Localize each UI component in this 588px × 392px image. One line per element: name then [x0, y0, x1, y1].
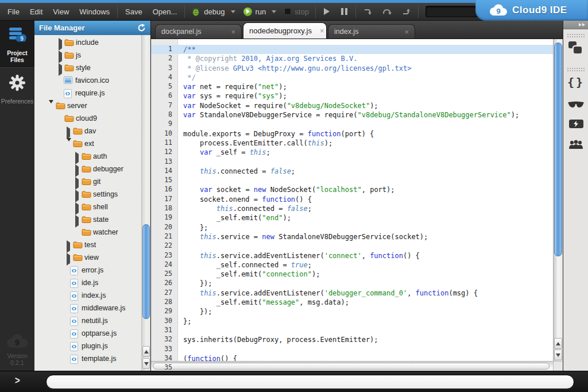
menu-group: FileEditViewWindows: [2, 7, 115, 16]
tree-item-error-js[interactable]: error.js: [34, 264, 141, 276]
editor-hscroll-thumb[interactable]: [153, 363, 550, 370]
tree-item-cloud9[interactable]: cloud9: [34, 112, 141, 125]
tree-item-optparse-js[interactable]: optparse.js: [34, 327, 141, 340]
open-button[interactable]: Open...: [148, 7, 183, 16]
tab-close-icon[interactable]: ×: [396, 28, 409, 36]
code-content[interactable]: /** * @copyright 2010, Ajax.org Services…: [179, 39, 553, 361]
tree-item-label: template.js: [82, 355, 116, 363]
tree-item-ext[interactable]: ext: [34, 137, 141, 150]
panel-button-inspector[interactable]: [563, 101, 588, 108]
editor-scroll-thumb[interactable]: [554, 43, 562, 256]
tree-item-ide-js[interactable]: ide.js: [34, 276, 141, 289]
menu-file[interactable]: File: [2, 7, 25, 16]
step-into-icon[interactable]: [363, 7, 373, 16]
collapsed-arrow-icon[interactable]: [75, 205, 79, 213]
editor-scroll-up-button[interactable]: [554, 338, 562, 349]
panel-button-members[interactable]: [563, 140, 588, 149]
collapsed-arrow-icon[interactable]: [59, 66, 62, 74]
collapsed-arrow-icon[interactable]: [75, 167, 79, 175]
debug-caret-icon[interactable]: [231, 10, 235, 13]
tree-item-watcher[interactable]: watcher: [34, 226, 141, 239]
sidebar-item-project-files[interactable]: 9 Project Files: [0, 21, 34, 68]
tree-item-favicon-ico[interactable]: favicon.ico: [34, 74, 141, 87]
code-line: this.service.addEventListener('debugger_…: [183, 289, 553, 298]
expanded-arrow-icon[interactable]: [67, 141, 71, 149]
tree-item-netutil-js[interactable]: netutil.js: [34, 314, 141, 327]
debug-button[interactable]: debug: [187, 7, 239, 16]
tree-item-dav[interactable]: dav: [34, 125, 141, 137]
menu-view[interactable]: View: [48, 7, 74, 16]
code-line: process.EventEmitter.call(this);: [183, 139, 553, 148]
tab-dockpanel-js[interactable]: dockpanel.js×: [155, 24, 242, 39]
code-line: };: [183, 223, 553, 232]
tree-item-include[interactable]: include: [34, 36, 141, 49]
tree-item-middleware-js[interactable]: middleware.js: [34, 302, 141, 314]
tree-item-js[interactable]: js: [34, 49, 141, 62]
panel-button-console[interactable]: [563, 120, 588, 128]
collapsed-arrow-icon[interactable]: [67, 255, 70, 263]
tab-close-icon[interactable]: ×: [312, 26, 324, 35]
expanded-arrow-icon[interactable]: [49, 103, 53, 112]
project-files-icon: 9: [7, 26, 27, 44]
collapsed-arrow-icon[interactable]: [75, 192, 79, 200]
right-rail-collapse-bar[interactable]: [563, 21, 588, 29]
collapsed-arrow-icon[interactable]: [67, 129, 70, 137]
drag-grip[interactable]: [567, 33, 585, 37]
folder-icon: [82, 190, 91, 200]
tree-item-view[interactable]: view: [34, 251, 141, 264]
menu-windows[interactable]: Windows: [74, 7, 115, 16]
editor-horizontal-scrollbar[interactable]: [151, 361, 553, 371]
menu-edit[interactable]: Edit: [25, 7, 48, 16]
run-caret-icon[interactable]: [272, 10, 276, 13]
code-line: [183, 176, 553, 185]
code-line: [183, 326, 553, 335]
step-over-icon[interactable]: [382, 7, 392, 16]
tree-item-debugger[interactable]: debugger: [34, 163, 141, 175]
save-button[interactable]: Save: [120, 7, 148, 16]
line-number: 28: [151, 298, 177, 307]
collapsed-arrow-icon[interactable]: [67, 243, 70, 251]
tree-item-test[interactable]: test: [34, 239, 141, 251]
resume-button[interactable]: [324, 8, 330, 15]
pause-button[interactable]: [341, 8, 347, 15]
tree-item-server[interactable]: server: [34, 99, 141, 112]
folder-icon: [82, 165, 91, 175]
tree-item-state[interactable]: state: [34, 213, 141, 226]
collapsed-arrow-icon[interactable]: [59, 53, 62, 61]
tree-item-style[interactable]: style: [34, 62, 141, 74]
panel-button-snippets[interactable]: {}: [563, 75, 588, 89]
tree-item-template-js[interactable]: template.js: [34, 352, 141, 365]
tree-item-index-js[interactable]: index.js: [34, 289, 141, 302]
refresh-icon[interactable]: [137, 24, 146, 32]
tree-item-auth[interactable]: auth: [34, 150, 141, 163]
file-tree-scroll-thumb[interactable]: [142, 224, 150, 319]
line-number: 35: [151, 363, 177, 371]
scroll-down-button[interactable]: [142, 358, 150, 369]
collapsed-arrow-icon[interactable]: [75, 154, 79, 162]
collapsed-arrow-icon[interactable]: [59, 40, 62, 48]
tab-index-js[interactable]: index.js×: [328, 24, 415, 39]
panel-button-dock[interactable]: [563, 41, 588, 56]
tab-nodedebugproxy-js[interactable]: nodedebugproxy.js×: [243, 22, 327, 39]
step-out-icon[interactable]: [401, 7, 411, 16]
tree-item-label: include: [76, 39, 99, 47]
tree-item-git[interactable]: git: [34, 175, 141, 188]
tab-close-icon[interactable]: ×: [223, 28, 235, 36]
editor-scroll-down-button[interactable]: [554, 349, 562, 360]
code-editor[interactable]: 1234567891011121314151617181920212223242…: [151, 39, 563, 371]
editor-vertical-scrollbar[interactable]: [553, 39, 563, 361]
collapsed-arrow-icon[interactable]: [75, 217, 79, 225]
sidebar-item-preferences[interactable]: Preferences: [0, 68, 34, 109]
folder-icon: [82, 216, 91, 225]
run-button[interactable]: run: [239, 7, 281, 16]
drag-grip[interactable]: [567, 67, 585, 71]
tree-item-shell[interactable]: shell: [34, 201, 141, 213]
console-input[interactable]: [46, 375, 574, 389]
collapsed-arrow-icon[interactable]: [75, 179, 79, 187]
tree-item-require-js[interactable]: require.js: [34, 87, 141, 99]
stop-button[interactable]: stop: [280, 7, 313, 16]
scroll-up-button[interactable]: [142, 346, 150, 357]
tree-item-settings[interactable]: settings: [34, 188, 141, 201]
file-tree-scrollbar[interactable]: [141, 35, 150, 371]
tree-item-plugin-js[interactable]: plugin.js: [34, 340, 141, 352]
